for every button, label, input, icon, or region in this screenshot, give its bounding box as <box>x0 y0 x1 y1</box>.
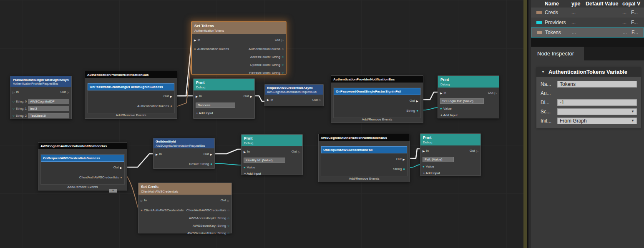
exec-out-pin[interactable]: ▶ <box>170 95 172 98</box>
value-pin[interactable]: ● <box>440 107 442 110</box>
node-get-identity-id[interactable]: GetIdentityId AWSCognitoAuthorizationReq… <box>153 138 215 169</box>
exec-out-pin[interactable]: ▶ <box>120 166 122 169</box>
event-handler[interactable]: OnPasswordGrantSingleFactorSignInSuccess <box>88 83 174 90</box>
value-input[interactable]: SC Login fail: (Value) <box>440 98 484 104</box>
tokens-output-pin[interactable]: ○ <box>282 48 284 51</box>
node-print-fail[interactable]: Print Debug ▶In Out▷ Fail: (Value) ●Valu… <box>420 133 481 176</box>
exec-out-pin[interactable]: ▷ <box>319 98 321 101</box>
exec-out-pin[interactable]: ▶ <box>210 153 212 156</box>
node-auth-bus-fail[interactable]: AuthenticationProviderNotificationBus On… <box>331 75 423 123</box>
column-type[interactable]: ype <box>571 1 581 7</box>
wire-exec-success-to-settokens[interactable] <box>177 41 191 96</box>
exec-out-pin[interactable]: ▷ <box>67 91 69 94</box>
exec-in-pin[interactable]: ▶ <box>244 150 246 153</box>
credentials-input-pin[interactable]: ● <box>141 209 143 212</box>
exec-in-pin[interactable]: ▶ <box>423 150 425 153</box>
node-set-creds[interactable]: Set Creds ClientAuthAWSCredentials ▷In O… <box>138 183 232 233</box>
string-pin[interactable]: ○ <box>13 114 15 118</box>
wire-data-fail-string[interactable] <box>423 108 438 110</box>
scope-dropdown[interactable]: ▼ <box>557 108 637 115</box>
graph-canvas[interactable]: PasswordGrantSingleFactorSignInAsync Aut… <box>0 0 523 248</box>
secret-key-pin[interactable]: ○ <box>227 224 229 228</box>
column-initial-value[interactable]: al V <box>631 1 640 7</box>
column-name[interactable]: Name <box>545 1 559 7</box>
string-pin[interactable]: ● <box>403 168 405 171</box>
node-print-login-fail[interactable]: Print Debug ▶In Out▷ SC Login fail: (Val… <box>438 75 499 118</box>
wire-exec-credfail-to-print[interactable] <box>410 149 420 158</box>
add-remove-events[interactable]: Add/Remove Events <box>319 177 410 180</box>
tokens-pin[interactable]: ● <box>170 105 172 108</box>
exec-in-pin[interactable]: ▶ <box>440 92 442 95</box>
value-input[interactable]: Success <box>196 103 235 108</box>
add-remove-events[interactable]: Add/Remove Events <box>85 113 177 117</box>
value-input[interactable]: test3 <box>28 106 69 111</box>
exec-out-pin[interactable]: ▷ <box>476 150 478 153</box>
node-cognito-bus-fail[interactable]: AWSCognitoAuthorizationNotificationBus O… <box>318 134 410 182</box>
string-pin[interactable]: ● <box>416 109 418 113</box>
add-input-button[interactable]: + Add Input <box>420 171 480 175</box>
variable-row-creds[interactable]: Creds ... ... F... <box>531 8 644 18</box>
wire-data-result-string[interactable] <box>215 163 241 165</box>
exec-in-pin[interactable]: ▶ <box>196 95 198 98</box>
wire-exec-print-to-request[interactable] <box>255 96 264 101</box>
value-input[interactable]: Identity Id: (Value) <box>244 158 285 163</box>
string-pin[interactable]: ○ <box>13 107 15 110</box>
event-handler[interactable]: OnPasswordGrantSingleFactorSignInFail <box>334 88 420 95</box>
variable-row-tokens[interactable]: Tokens ... ... F... <box>531 28 644 38</box>
event-handler[interactable]: OnRequestAWSCredentialsSuccess <box>41 155 124 162</box>
node-cognito-bus-success[interactable]: AWSCognitoAuthorizationNotificationBus O… <box>38 142 127 190</box>
name-field[interactable]: Tokens <box>557 81 637 88</box>
wire-ref-tokens[interactable] <box>177 48 193 106</box>
value-input[interactable]: Fail: (Value) <box>423 157 454 162</box>
value-input[interactable]: AWSCognitoIDP <box>28 99 69 104</box>
exec-in-pin[interactable]: ▶ <box>267 98 269 101</box>
exec-in-pin[interactable]: ▷ <box>141 199 143 202</box>
display-order-field[interactable]: -1 <box>557 99 637 106</box>
tokens-input-pin[interactable]: ● <box>194 48 196 51</box>
result-pin[interactable]: ● <box>210 163 212 166</box>
wire-exec-getid-to-print[interactable] <box>215 149 241 154</box>
chevron-down-icon[interactable]: ▼ <box>541 70 545 74</box>
wire-exec-fail-to-print[interactable] <box>423 92 438 100</box>
collapse-handle[interactable]: ▼ <box>109 189 117 193</box>
exec-in-pin[interactable]: ▷ <box>13 91 15 94</box>
variable-row-providers[interactable]: Providers ... ... F... <box>531 18 644 28</box>
credentials-pin[interactable]: ● <box>120 176 122 179</box>
add-input-button[interactable]: + Add Input <box>194 111 254 115</box>
wire-ref-clientauth[interactable] <box>127 177 138 208</box>
openid-token-pin[interactable]: ○ <box>282 63 284 67</box>
tab-node-inspector[interactable]: Node Inspector <box>531 47 584 60</box>
session-token-pin[interactable]: ○ <box>227 232 229 235</box>
refresh-token-pin[interactable]: ○ <box>282 71 284 75</box>
node-set-tokens[interactable]: Set Tokens AuthenticationTokens ▶In Out▷… <box>191 22 286 74</box>
wire-exec-credsuccess-to-getid[interactable] <box>127 154 153 167</box>
exec-out-pin[interactable]: ▶ <box>403 158 405 161</box>
exec-out-pin[interactable]: ▶ <box>250 95 252 98</box>
add-remove-events[interactable]: Add/Remove Events <box>38 185 127 189</box>
value-pin[interactable]: ● <box>423 165 425 168</box>
node-print-identity-id[interactable]: Print Debug ▶In Out▷ Identity Id: (Value… <box>241 134 303 175</box>
column-scope[interactable]: cop <box>622 1 631 7</box>
exec-in-pin[interactable]: ▶ <box>194 39 196 42</box>
event-handler[interactable]: OnRequestAWSCredentialsFail <box>321 146 407 153</box>
column-default-value[interactable]: Default Value <box>586 1 619 7</box>
node-print-success[interactable]: Print Debug ▶In Out▶ Success + Add Input <box>193 78 255 119</box>
string-pin[interactable]: ○ <box>13 100 15 103</box>
wire-data-credfail-string[interactable] <box>410 165 420 168</box>
node-password-grant[interactable]: PasswordGrantSingleFactorSignInAsync Aut… <box>10 76 72 119</box>
exec-in-pin[interactable]: ▶ <box>156 153 158 156</box>
exec-out-pin[interactable]: ▶ <box>416 100 418 103</box>
add-remove-events[interactable]: Add/Remove Events <box>331 118 423 121</box>
access-token-pin[interactable]: ○ <box>282 55 284 59</box>
exec-out-pin[interactable]: ▷ <box>282 39 284 42</box>
access-key-pin[interactable]: ○ <box>227 217 229 220</box>
initial-value-dropdown[interactable]: From Graph ▼ <box>557 118 637 124</box>
exec-out-pin[interactable]: ▷ <box>298 150 300 153</box>
add-input-button[interactable]: + Add Input <box>438 113 499 117</box>
value-pin[interactable]: ● <box>244 166 246 169</box>
section-header[interactable]: ▼ AuthenticationTokens Variable <box>536 67 641 77</box>
add-input-button[interactable]: + Add Input <box>242 172 302 175</box>
credentials-output-pin[interactable]: ○ <box>227 209 229 212</box>
exec-out-pin[interactable]: ▷ <box>495 92 497 95</box>
node-request-credentials[interactable]: RequestAWSCredentialsAsync AWSCognitoAut… <box>264 84 324 106</box>
